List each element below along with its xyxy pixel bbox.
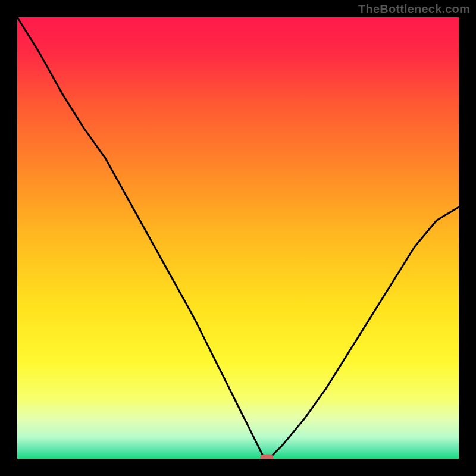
plot-area [17, 17, 459, 459]
watermark-label: TheBottleneck.com [358, 2, 470, 16]
bottleneck-chart [17, 17, 459, 459]
chart-frame: TheBottleneck.com [0, 0, 476, 476]
optimum-marker [260, 455, 273, 459]
gradient-background [17, 17, 459, 459]
